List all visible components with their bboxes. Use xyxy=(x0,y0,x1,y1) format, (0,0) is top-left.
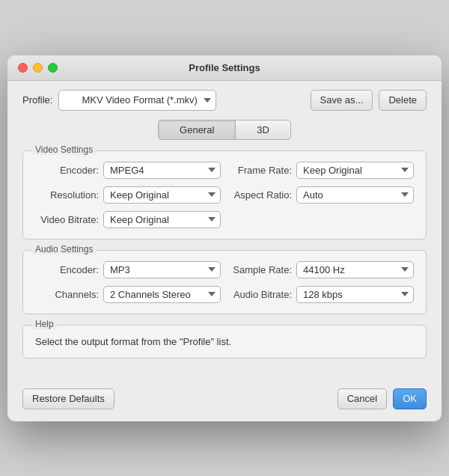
resolution-row: Resolution: Keep Original xyxy=(35,186,221,204)
audio-left-col: Encoder: MP3 Channels: 2 Channels Stereo xyxy=(35,261,221,303)
aspect-ratio-row: Aspect Ratio: Auto xyxy=(228,186,414,204)
tabs-row: General 3D xyxy=(22,120,427,140)
delete-button[interactable]: Delete xyxy=(379,90,427,111)
profile-settings-window: Profile Settings Profile: ▤ MKV Video Fo… xyxy=(7,55,442,421)
video-settings-section: Video Settings Encoder: MPEG4 Resolution… xyxy=(22,150,427,239)
audio-right-col: Sample Rate: 44100 Hz Audio Bitrate: 128… xyxy=(228,261,414,303)
video-bitrate-select[interactable]: Keep Original xyxy=(103,211,221,228)
encoder-label: Encoder: xyxy=(35,165,99,176)
sample-rate-label: Sample Rate: xyxy=(228,264,292,275)
tab-3d[interactable]: 3D xyxy=(235,120,291,140)
aspect-ratio-select[interactable]: Auto xyxy=(296,186,414,204)
video-bitrate-label: Video Bitrate: xyxy=(35,214,99,225)
audio-encoder-select[interactable]: MP3 xyxy=(103,261,221,278)
help-title: Help xyxy=(32,319,57,329)
ok-button[interactable]: OK xyxy=(393,388,427,409)
minimize-button[interactable] xyxy=(33,63,43,73)
footer-right: Cancel OK xyxy=(337,388,427,409)
profile-select[interactable]: MKV Video Format (*.mkv) xyxy=(58,90,216,111)
help-text: Select the output format from the "Profi… xyxy=(35,336,414,347)
channels-row: Channels: 2 Channels Stereo xyxy=(35,286,221,303)
audio-bitrate-label: Audio Bitrate: xyxy=(228,289,292,300)
frame-rate-label: Frame Rate: xyxy=(228,165,292,176)
window-title: Profile Settings xyxy=(189,62,260,73)
audio-encoder-label: Encoder: xyxy=(35,264,99,275)
maximize-button[interactable] xyxy=(48,63,58,73)
channels-label: Channels: xyxy=(35,289,99,300)
profile-label: Profile: xyxy=(22,94,52,106)
audio-bitrate-row: Audio Bitrate: 128 kbps xyxy=(228,286,414,303)
video-settings-grid: Encoder: MPEG4 Resolution: Keep Original… xyxy=(35,162,414,228)
tab-general[interactable]: General xyxy=(158,120,235,140)
sample-rate-select[interactable]: 44100 Hz xyxy=(296,261,414,278)
encoder-row: Encoder: MPEG4 xyxy=(35,162,221,179)
cancel-button[interactable]: Cancel xyxy=(337,388,387,409)
restore-defaults-button[interactable]: Restore Defaults xyxy=(22,388,114,409)
frame-rate-select[interactable]: Keep Original xyxy=(296,162,414,179)
channels-select[interactable]: 2 Channels Stereo xyxy=(103,286,221,303)
audio-bitrate-select[interactable]: 128 kbps xyxy=(296,286,414,303)
audio-settings-grid: Encoder: MP3 Channels: 2 Channels Stereo xyxy=(35,261,414,303)
encoder-select[interactable]: MPEG4 xyxy=(103,162,221,179)
frame-rate-row: Frame Rate: Keep Original xyxy=(228,162,414,179)
save-as-button[interactable]: Save as... xyxy=(311,90,373,111)
footer: Restore Defaults Cancel OK xyxy=(7,381,442,421)
video-bitrate-row: Video Bitrate: Keep Original xyxy=(35,211,221,228)
content-area: Profile: ▤ MKV Video Format (*.mkv) Save… xyxy=(7,81,442,381)
titlebar: Profile Settings xyxy=(7,55,442,81)
audio-settings-title: Audio Settings xyxy=(32,244,96,254)
help-section: Help Select the output format from the "… xyxy=(22,325,427,358)
aspect-ratio-label: Aspect Ratio: xyxy=(228,189,292,201)
audio-settings-section: Audio Settings Encoder: MP3 Channels: 2 … xyxy=(22,250,427,314)
profile-row: Profile: ▤ MKV Video Format (*.mkv) Save… xyxy=(22,90,427,111)
video-right-col: Frame Rate: Keep Original Aspect Ratio: … xyxy=(228,162,414,228)
profile-select-wrap: ▤ MKV Video Format (*.mkv) xyxy=(58,90,304,111)
resolution-label: Resolution: xyxy=(35,189,99,201)
audio-encoder-row: Encoder: MP3 xyxy=(35,261,221,278)
sample-rate-row: Sample Rate: 44100 Hz xyxy=(228,261,414,278)
resolution-select[interactable]: Keep Original xyxy=(103,186,221,204)
close-button[interactable] xyxy=(18,63,28,73)
video-settings-title: Video Settings xyxy=(32,144,96,155)
traffic-lights xyxy=(18,63,58,73)
video-left-col: Encoder: MPEG4 Resolution: Keep Original… xyxy=(35,162,221,228)
